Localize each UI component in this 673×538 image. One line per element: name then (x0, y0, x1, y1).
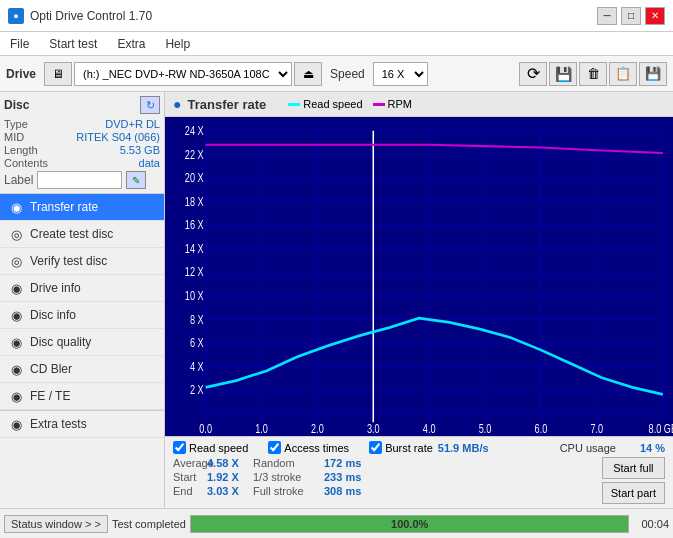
svg-text:4 X: 4 X (190, 359, 204, 373)
status-time: 00:04 (641, 518, 669, 530)
chart-svg: 24 X 22 X 20 X 18 X 16 X 14 X 12 X 10 X … (165, 117, 673, 436)
read-speed-checkbox[interactable] (173, 441, 186, 454)
speed-label: Speed (330, 67, 365, 81)
content-area: ● Transfer rate Read speed RPM (165, 92, 673, 508)
eject-button[interactable]: ⏏ (294, 62, 322, 86)
close-button[interactable]: ✕ (645, 7, 665, 25)
toolbar-icon-4[interactable]: 📋 (609, 62, 637, 86)
checkboxes-row: Read speed Access times Burst rate 51.9 … (173, 441, 665, 454)
disc-type-value: DVD+R DL (105, 118, 160, 130)
random-value: 172 ms (324, 457, 374, 469)
svg-text:6.0: 6.0 (535, 422, 548, 436)
chart-header: ● Transfer rate Read speed RPM (165, 92, 673, 117)
drive-bar: Drive 🖥 (h:) _NEC DVD+-RW ND-3650A 108C … (0, 56, 673, 92)
legend-rpm-label: RPM (388, 98, 412, 110)
sidebar-item-verify-test-disc[interactable]: ◎ Verify test disc (0, 248, 164, 275)
create-test-disc-icon: ◎ (8, 226, 24, 242)
disc-refresh-button[interactable]: ↻ (140, 96, 160, 114)
toolbar-icon-1[interactable]: ⟳ (519, 62, 547, 86)
drive-select[interactable]: (h:) _NEC DVD+-RW ND-3650A 108C (74, 62, 292, 86)
start-part-button[interactable]: Start part (602, 482, 665, 504)
sidebar-item-create-test-disc-label: Create test disc (30, 227, 113, 241)
sidebar-item-disc-quality[interactable]: ◉ Disc quality (0, 329, 164, 356)
burst-rate-value: 51.9 MB/s (438, 442, 489, 454)
svg-text:8.0 GB: 8.0 GB (649, 422, 673, 436)
fe-te-icon: ◉ (8, 388, 24, 404)
buttons-col: Start full Start part (602, 457, 665, 504)
disc-label-input[interactable] (37, 171, 122, 189)
menu-bar: File Start test Extra Help (0, 32, 673, 56)
burst-rate-checkbox[interactable] (369, 441, 382, 454)
chart-area: 24 X 22 X 20 X 18 X 16 X 14 X 12 X 10 X … (165, 117, 673, 436)
sidebar-item-drive-info-label: Drive info (30, 281, 81, 295)
sidebar-item-extra-tests[interactable]: ◉ Extra tests (0, 410, 164, 438)
disc-mid-value: RITEK S04 (066) (76, 131, 160, 143)
data-rows: Average 4.58 X Random 172 ms Start 1.92 … (173, 457, 374, 497)
access-times-checkbox[interactable] (268, 441, 281, 454)
toolbar-icon-2[interactable]: 💾 (549, 62, 577, 86)
disc-contents-value: data (139, 157, 160, 169)
one-third-stroke-value: 233 ms (324, 471, 374, 483)
disc-label-edit-button[interactable]: ✎ (126, 171, 146, 189)
svg-text:1.0: 1.0 (255, 422, 268, 436)
sidebar-item-fe-te-label: FE / TE (30, 389, 70, 403)
title-bar: ● Opti Drive Control 1.70 ─ □ ✕ (0, 0, 673, 32)
progress-bar-container: 100.0% (190, 515, 630, 533)
drive-label: Drive (6, 67, 36, 81)
svg-text:0.0: 0.0 (199, 422, 212, 436)
toolbar-icon-5[interactable]: 💾 (639, 62, 667, 86)
progress-label: 100.0% (191, 516, 629, 532)
svg-text:3.0: 3.0 (367, 422, 380, 436)
burst-rate-check-label: Burst rate (385, 442, 433, 454)
check-access-times: Access times (268, 441, 349, 454)
sidebar-item-fe-te[interactable]: ◉ FE / TE (0, 383, 164, 410)
cd-bler-icon: ◉ (8, 361, 24, 377)
average-value: 4.58 X (207, 457, 247, 469)
disc-mid-label: MID (4, 131, 24, 143)
menu-start-test[interactable]: Start test (45, 35, 101, 53)
menu-extra[interactable]: Extra (113, 35, 149, 53)
disc-label-label: Label (4, 173, 33, 187)
access-times-check-label: Access times (284, 442, 349, 454)
disc-type-label: Type (4, 118, 28, 130)
one-third-stroke-label: 1/3 stroke (253, 471, 318, 483)
sidebar: Disc ↻ Type DVD+R DL MID RITEK S04 (066)… (0, 92, 165, 508)
status-bar: Status window > > Test completed 100.0% … (0, 508, 673, 538)
disc-length-value: 5.53 GB (120, 144, 160, 156)
disc-info-icon: ◉ (8, 307, 24, 323)
extra-tests-icon: ◉ (8, 416, 24, 432)
full-stroke-label: Full stroke (253, 485, 318, 497)
sidebar-item-transfer-rate-label: Transfer rate (30, 200, 98, 214)
toolbar-icon-3[interactable]: 🗑 (579, 62, 607, 86)
transfer-rate-icon: ◉ (8, 199, 24, 215)
chart-title: Transfer rate (187, 97, 266, 112)
sidebar-item-drive-info[interactable]: ◉ Drive info (0, 275, 164, 302)
start-label: Start (173, 471, 201, 483)
svg-text:24 X: 24 X (185, 124, 204, 138)
menu-help[interactable]: Help (161, 35, 194, 53)
svg-text:7.0: 7.0 (590, 422, 603, 436)
sidebar-item-cd-bler-label: CD Bler (30, 362, 72, 376)
svg-text:8 X: 8 X (190, 312, 204, 326)
main-area: Disc ↻ Type DVD+R DL MID RITEK S04 (066)… (0, 92, 673, 508)
end-value: 3.03 X (207, 485, 247, 497)
start-full-button[interactable]: Start full (602, 457, 665, 479)
svg-text:6 X: 6 X (190, 336, 204, 350)
speed-select[interactable]: 16 X (373, 62, 428, 86)
status-window-button[interactable]: Status window > > (4, 515, 108, 533)
legend-rpm: RPM (373, 98, 412, 110)
svg-text:5.0: 5.0 (479, 422, 492, 436)
sidebar-item-disc-quality-label: Disc quality (30, 335, 91, 349)
cpu-usage-value: 14 % (640, 442, 665, 454)
disc-quality-icon: ◉ (8, 334, 24, 350)
read-speed-check-label: Read speed (189, 442, 248, 454)
menu-file[interactable]: File (6, 35, 33, 53)
sidebar-item-disc-info[interactable]: ◉ Disc info (0, 302, 164, 329)
sidebar-item-verify-test-disc-label: Verify test disc (30, 254, 107, 268)
disc-title: Disc (4, 98, 29, 112)
sidebar-item-create-test-disc[interactable]: ◎ Create test disc (0, 221, 164, 248)
sidebar-item-transfer-rate[interactable]: ◉ Transfer rate (0, 194, 164, 221)
sidebar-item-cd-bler[interactable]: ◉ CD Bler (0, 356, 164, 383)
minimize-button[interactable]: ─ (597, 7, 617, 25)
maximize-button[interactable]: □ (621, 7, 641, 25)
